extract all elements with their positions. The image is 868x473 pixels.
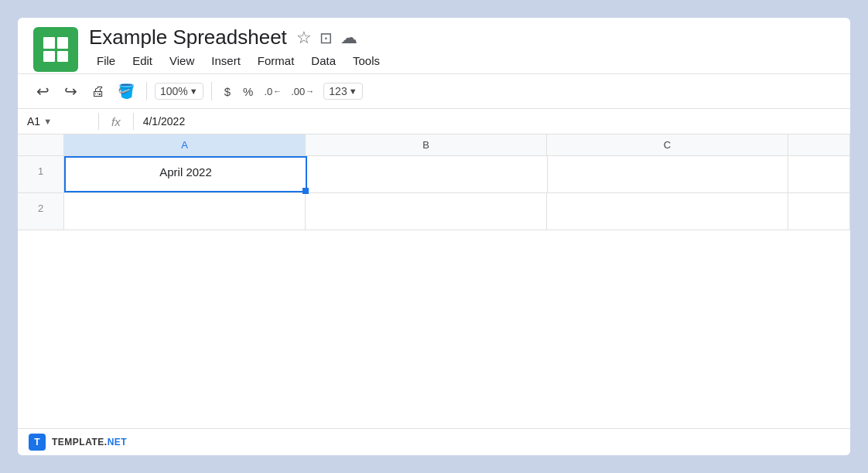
cell-d1[interactable]: [788, 156, 850, 192]
row-num-1: 1: [18, 156, 64, 192]
decimal-increase-arrow: →: [306, 87, 314, 96]
title-row: Example Spreadsheet ☆ ⊡ ☁: [89, 26, 835, 49]
menu-insert[interactable]: Insert: [203, 51, 248, 70]
decimal-increase-label: .00: [291, 86, 305, 97]
spreadsheet-grid: A B C 1 April 2022 2: [18, 134, 850, 428]
menu-view[interactable]: View: [162, 51, 202, 70]
redo-button[interactable]: ↪: [58, 79, 83, 104]
grid-row-1: 1 April 2022: [18, 156, 850, 193]
decimal-increase-button[interactable]: .00 →: [288, 84, 317, 99]
cloud-icon[interactable]: ☁: [340, 28, 357, 48]
menu-bar: File Edit View Insert Format Data Tools: [89, 49, 835, 73]
col-header-extra: [788, 134, 850, 155]
footer-domain-ext: NET: [108, 437, 128, 447]
grid-header-row: A B C: [18, 134, 850, 156]
decimal-decrease-arrow: ←: [273, 87, 282, 96]
format-type-label: 123: [329, 85, 347, 97]
footer-brand-text: TEMPLATE: [52, 437, 104, 447]
template-logo: T: [29, 434, 46, 451]
star-icon[interactable]: ☆: [296, 28, 312, 48]
formula-separator-2: [133, 113, 134, 130]
print-button[interactable]: 🖨: [86, 79, 111, 104]
cell-reference[interactable]: A1 ▼: [27, 115, 89, 128]
undo-button[interactable]: ↩: [30, 79, 55, 104]
cell-ref-arrow: ▼: [43, 117, 52, 126]
zoom-arrow: ▼: [190, 87, 198, 96]
footer: T TEMPLATE.NET: [18, 428, 850, 455]
menu-data[interactable]: Data: [303, 51, 343, 70]
cell-a1[interactable]: April 2022: [64, 156, 307, 192]
format-type-arrow: ▼: [349, 87, 357, 96]
menu-tools[interactable]: Tools: [345, 51, 388, 70]
cell-ref-text: A1: [27, 115, 40, 128]
col-header-a[interactable]: A: [64, 134, 306, 155]
formula-bar: A1 ▼ fx 4/1/2022: [18, 109, 850, 134]
cell-b1[interactable]: [307, 156, 548, 192]
zoom-control[interactable]: 100% ▼: [155, 83, 203, 100]
col-header-c[interactable]: C: [547, 134, 788, 155]
title-icons: ☆ ⊡ ☁: [296, 28, 357, 48]
row-num-2: 2: [18, 193, 64, 230]
title-bar: Example Spreadsheet ☆ ⊡ ☁ File Edit View…: [18, 18, 850, 73]
paint-format-button[interactable]: 🪣: [114, 79, 138, 104]
cell-a1-content: April 2022: [72, 165, 299, 179]
col-header-b[interactable]: B: [306, 134, 547, 155]
menu-format[interactable]: Format: [250, 51, 302, 70]
cell-b2[interactable]: [306, 193, 547, 230]
footer-logo-text: T: [34, 437, 39, 447]
title-section: Example Spreadsheet ☆ ⊡ ☁ File Edit View…: [89, 26, 835, 73]
zoom-value: 100%: [160, 85, 188, 97]
percent-button[interactable]: %: [238, 83, 258, 100]
app-container: Example Spreadsheet ☆ ⊡ ☁ File Edit View…: [16, 16, 852, 457]
decimal-decrease-button[interactable]: .0 ←: [261, 84, 285, 99]
toolbar-separator-2: [211, 82, 212, 100]
fx-label: fx: [111, 115, 121, 128]
toolbar: ↩ ↪ 🖨 🪣 100% ▼ $ % .0 ← .00 → 123 ▼: [18, 74, 850, 109]
decimal-decrease-label: .0: [264, 86, 272, 97]
cell-d2[interactable]: [788, 193, 850, 230]
menu-file[interactable]: File: [89, 51, 123, 70]
logo-cell: [43, 51, 55, 63]
menu-edit[interactable]: Edit: [125, 51, 160, 70]
spreadsheet-title[interactable]: Example Spreadsheet: [89, 26, 287, 49]
logo-cell: [43, 37, 55, 49]
formula-separator-1: [98, 113, 99, 130]
logo-cell: [57, 51, 69, 63]
formula-value[interactable]: 4/1/2022: [143, 115, 186, 128]
cell-a2[interactable]: [64, 193, 306, 230]
format-type-button[interactable]: 123 ▼: [323, 83, 362, 100]
toolbar-separator-1: [146, 82, 147, 100]
grid-row-2: 2: [18, 193, 850, 230]
logo-cell: [57, 37, 69, 49]
logo-grid: [43, 37, 68, 62]
cell-handle[interactable]: [302, 188, 309, 194]
app-logo: [33, 27, 78, 72]
folder-icon[interactable]: ⊡: [320, 29, 333, 47]
row-num-header: [18, 134, 64, 155]
cell-c2[interactable]: [547, 193, 788, 230]
cell-c1[interactable]: [548, 156, 788, 192]
currency-button[interactable]: $: [220, 83, 235, 100]
footer-brand: TEMPLATE.NET: [52, 437, 127, 447]
